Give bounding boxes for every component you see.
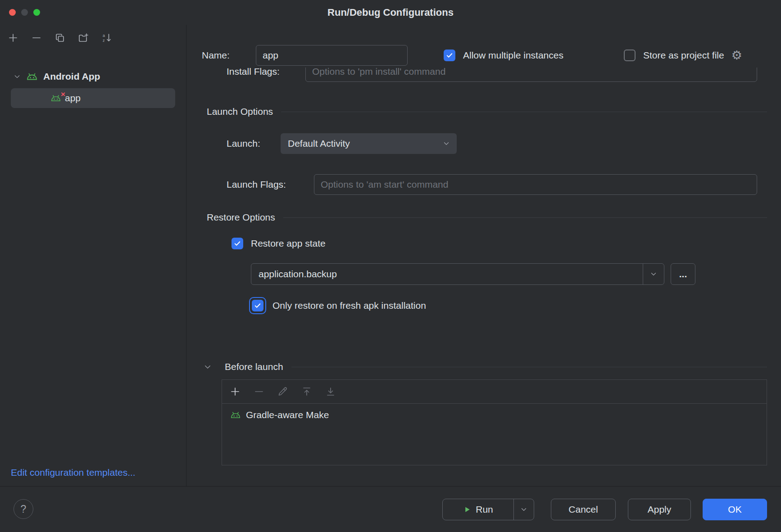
minus-icon — [254, 386, 264, 397]
settings-gear-icon[interactable]: ⚙ — [731, 50, 742, 62]
collapse-chevron-down-icon[interactable] — [204, 363, 212, 371]
chevron-down-icon — [520, 505, 528, 514]
run-button-label: Run — [476, 504, 493, 515]
install-flags-label: Install Flags: — [227, 68, 305, 77]
only-restore-row: Only restore on fresh apk installation — [249, 296, 426, 315]
allow-multiple-instances-label: Allow multiple instances — [463, 50, 563, 61]
restore-app-state-label: Restore app state — [251, 238, 326, 249]
run-options-chevron-button[interactable] — [514, 499, 534, 520]
name-label: Name: — [202, 50, 256, 61]
launch-label: Launch: — [227, 138, 281, 149]
ok-button[interactable]: OK — [703, 499, 767, 520]
checkbox-focus-ring — [249, 297, 266, 314]
window-controls — [9, 9, 40, 16]
minimize-window-button[interactable] — [21, 9, 28, 16]
edit-task-button[interactable] — [277, 386, 289, 397]
before-launch-toolbar — [222, 380, 767, 404]
copy-configuration-button[interactable] — [54, 32, 66, 44]
android-icon — [230, 411, 241, 419]
restore-options-title: Restore Options — [207, 212, 275, 223]
task-label: Gradle-aware Make — [246, 410, 329, 420]
check-icon — [233, 239, 241, 248]
install-flags-input[interactable] — [305, 68, 757, 82]
play-icon — [463, 505, 471, 514]
pencil-icon — [277, 386, 288, 397]
titlebar: Run/Debug Configurations — [0, 0, 781, 25]
help-button[interactable]: ? — [14, 499, 33, 519]
run-button[interactable]: Run — [443, 499, 513, 520]
tree-group-android-app[interactable]: Android App — [0, 66, 186, 87]
apply-button[interactable]: Apply — [628, 499, 691, 520]
launch-options-title: Launch Options — [207, 106, 273, 117]
before-launch-title: Before launch — [225, 361, 283, 372]
android-icon — [26, 72, 38, 81]
add-configuration-button[interactable] — [7, 32, 19, 44]
name-input[interactable] — [256, 45, 408, 66]
launch-flags-input[interactable] — [314, 174, 757, 195]
tree-item-label: app — [65, 93, 81, 104]
check-icon — [254, 302, 262, 310]
run-split-button: Run — [442, 499, 534, 520]
remove-task-button[interactable] — [253, 386, 265, 397]
new-folder-icon — [78, 32, 89, 43]
store-as-project-file-checkbox[interactable] — [624, 50, 636, 61]
backup-file-dropdown-button[interactable] — [643, 264, 664, 284]
plus-icon — [230, 386, 241, 397]
arrow-down-to-bar-icon — [325, 386, 336, 397]
check-icon — [445, 51, 454, 59]
launch-row: Launch: Default Activity — [227, 133, 457, 154]
error-badge-icon: × — [61, 90, 65, 98]
only-restore-checkbox[interactable] — [252, 300, 263, 311]
section-divider — [283, 217, 767, 218]
section-divider — [281, 112, 767, 112]
svg-text:z: z — [103, 38, 105, 43]
svg-text:a: a — [103, 33, 105, 38]
only-restore-label: Only restore on fresh apk installation — [272, 300, 426, 311]
configuration-editor: Name: Allow multiple instances Store as … — [186, 25, 781, 486]
launch-dropdown-value: Default Activity — [288, 138, 350, 149]
android-icon — [50, 95, 61, 102]
create-folder-button[interactable] — [77, 32, 89, 44]
launch-flags-label: Launch Flags: — [227, 179, 314, 190]
store-as-project-file-label: Store as project file — [643, 50, 724, 61]
move-task-up-button[interactable] — [301, 386, 313, 397]
before-launch-task-list: Gradle-aware Make — [222, 379, 767, 465]
backup-file-combobox[interactable]: application.backup — [251, 263, 664, 285]
scroll-clipped-region: Install Flags: — [186, 68, 781, 95]
window-title: Run/Debug Configurations — [327, 7, 454, 18]
browse-backup-file-button[interactable]: ... — [671, 263, 695, 285]
tree-item-app-selected[interactable]: × app — [11, 88, 175, 108]
move-task-down-button[interactable] — [325, 386, 336, 397]
before-launch-task-item[interactable]: Gradle-aware Make — [222, 410, 767, 420]
launch-dropdown[interactable]: Default Activity — [281, 133, 457, 154]
restore-options-section-header: Restore Options — [207, 211, 767, 224]
cancel-button[interactable]: Cancel — [551, 499, 616, 520]
minus-icon — [31, 32, 42, 43]
edit-configuration-templates-link[interactable]: Edit configuration templates... — [11, 467, 136, 478]
chevron-down-icon[interactable] — [14, 73, 21, 80]
launch-options-section-header: Launch Options — [207, 105, 767, 118]
allow-multiple-instances-checkbox[interactable] — [444, 50, 455, 61]
close-window-button[interactable] — [9, 9, 16, 16]
dialog-footer: ? Run Cancel Apply OK — [0, 486, 781, 532]
chevron-down-icon — [649, 270, 658, 278]
remove-configuration-button[interactable] — [31, 32, 42, 44]
tree-group-label: Android App — [43, 71, 100, 82]
configurations-sidebar: a z Android App — [0, 25, 186, 486]
run-debug-configurations-dialog: Run/Debug Configurations — [0, 0, 781, 532]
name-row: Name: Allow multiple instances Store as … — [202, 45, 767, 66]
plus-icon — [8, 32, 18, 43]
restore-app-state-checkbox[interactable] — [232, 238, 243, 249]
launch-flags-row: Launch Flags: — [227, 174, 757, 195]
before-launch-section-header: Before launch — [204, 360, 767, 374]
sidebar-toolbar: a z — [0, 25, 186, 44]
sort-configurations-button[interactable]: a z — [101, 32, 113, 44]
restore-app-state-row: Restore app state — [232, 235, 326, 252]
backup-file-value: application.backup — [251, 264, 643, 284]
chevron-down-icon — [442, 140, 450, 148]
zoom-window-button[interactable] — [33, 9, 40, 16]
copy-icon — [54, 32, 65, 43]
arrow-up-to-bar-icon — [301, 386, 312, 397]
install-flags-row: Install Flags: — [202, 68, 757, 88]
add-task-button[interactable] — [229, 386, 241, 397]
